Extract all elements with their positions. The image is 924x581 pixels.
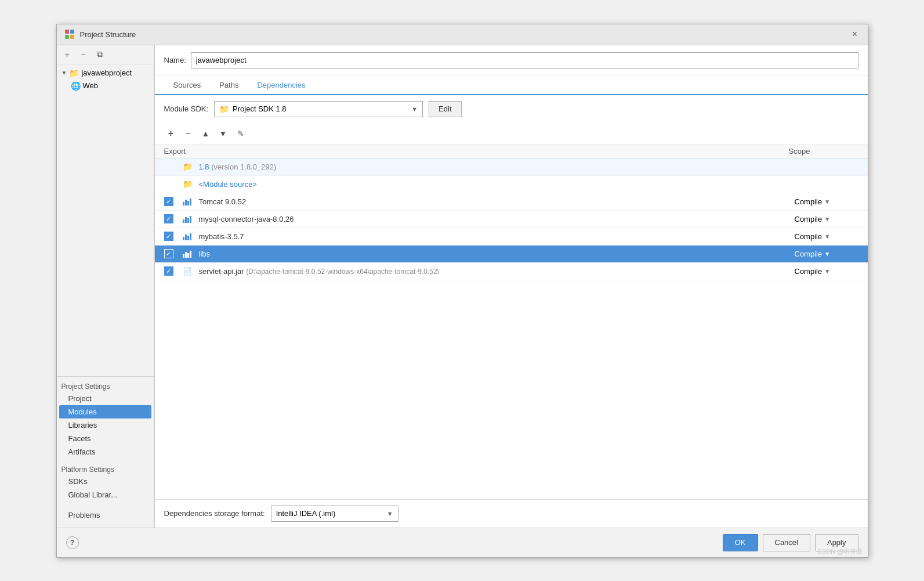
sdk-version-detail: (version 1.8.0_292) (211, 163, 276, 171)
dep-down-button[interactable]: ▼ (216, 127, 230, 140)
tree-collapse-icon: ▼ (61, 70, 67, 76)
folder-icon: 📁 (69, 68, 79, 78)
tomcat-scope: Compile (795, 197, 822, 206)
tree-child-node[interactable]: 🌐 Web (59, 80, 151, 92)
ok-button[interactable]: OK (723, 534, 758, 551)
tree-root-label: javawebproject (81, 68, 132, 77)
libs-label: libs (199, 250, 211, 258)
web-icon: 🌐 (71, 81, 81, 91)
sdk-dropdown[interactable]: 📁 Project SDK 1.8 ▼ (214, 101, 423, 117)
servlet-scope: Compile (795, 267, 822, 276)
sdk-version-label: 1.8 (199, 163, 209, 171)
dialog-title: Project Structure (80, 30, 136, 39)
tab-sources[interactable]: Sources (164, 76, 211, 94)
sdk-dropdown-arrow: ▼ (411, 106, 418, 113)
svg-rect-1 (70, 30, 74, 34)
tabs-bar: Sources Paths Dependencies (155, 76, 868, 95)
dep-toolbar: + − ▲ ▼ ✎ (155, 123, 868, 145)
storage-value: IntelliJ IDEA (.iml) (276, 509, 336, 518)
dep-row-sdk[interactable]: 📁 1.8 (version 1.8.0_292) (155, 158, 868, 176)
jar-icon-servlet: 📄 (183, 267, 192, 276)
project-settings-header: Project Settings (57, 380, 154, 392)
sidebar-item-artifacts[interactable]: Artifacts (57, 445, 154, 459)
platform-settings-header: Platform Settings (57, 463, 154, 475)
dep-add-button[interactable]: + (164, 127, 178, 140)
dep-row-mysql[interactable]: mysql-connector-java-8.0.26 Compile ▼ (155, 211, 868, 228)
copy-module-button[interactable]: ⧉ (93, 48, 107, 62)
libs-scope: Compile (795, 250, 822, 258)
dep-row-libs[interactable]: libs Compile ▼ (155, 246, 868, 263)
lib-icon-libs (183, 250, 192, 258)
main-content: Name: Sources Paths Dependencies Module … (154, 45, 868, 528)
mybatis-scope-arrow[interactable]: ▼ (824, 233, 830, 240)
close-button[interactable]: × (849, 28, 861, 40)
sidebar-item-libraries[interactable]: Libraries (57, 418, 154, 432)
sdk-value-text: Project SDK 1.8 (233, 104, 287, 113)
scope-column-header: Scope (789, 147, 858, 156)
servlet-label: servlet-api.jar (199, 267, 244, 276)
dep-up-button[interactable]: ▲ (199, 127, 213, 140)
dep-row-mybatis[interactable]: mybatis-3.5.7 Compile ▼ (155, 228, 868, 246)
tab-dependencies[interactable]: Dependencies (248, 76, 314, 95)
name-column-header (199, 147, 789, 156)
storage-label: Dependencies storage format: (164, 509, 265, 518)
name-input[interactable] (191, 52, 858, 68)
left-toolbar: + − ⧉ (57, 45, 154, 64)
sidebar-item-global-libs[interactable]: Global Librar... (57, 488, 154, 501)
tree-root-node[interactable]: ▼ 📁 javawebproject (59, 67, 151, 80)
dep-row-tomcat[interactable]: Tomcat 9.0.52 Compile ▼ (155, 193, 868, 211)
mysql-scope-arrow[interactable]: ▼ (824, 216, 830, 222)
name-label: Name: (164, 56, 186, 64)
mysql-label: mysql-connector-java-8.0.26 (199, 215, 294, 223)
sidebar-item-problems[interactable]: Problems (57, 508, 154, 522)
sidebar-item-sdks[interactable]: SDKs (57, 475, 154, 488)
edit-sdk-button[interactable]: Edit (429, 101, 461, 117)
dep-remove-button[interactable]: − (182, 127, 195, 140)
sidebar-item-facets[interactable]: Facets (57, 432, 154, 445)
mysql-scope: Compile (795, 215, 822, 223)
sdk-folder-icon: 📁 (219, 104, 229, 114)
watermark: CSDN @暗夜缘 (817, 547, 863, 556)
storage-row: Dependencies storage format: IntelliJ ID… (155, 499, 868, 528)
app-icon (64, 28, 75, 40)
dep-table: 📁 1.8 (version 1.8.0_292) 📁 <Modu (155, 158, 868, 499)
help-button[interactable]: ? (66, 536, 79, 549)
sdk-row: Module SDK: 📁 Project SDK 1.8 ▼ Edit (155, 95, 868, 123)
mybatis-checkbox[interactable] (164, 232, 173, 241)
project-structure-dialog: Project Structure × + − ⧉ ▼ 📁 javawebpro… (56, 24, 868, 558)
tab-paths[interactable]: Paths (210, 76, 248, 94)
dep-row-module-source[interactable]: 📁 <Module source> (155, 176, 868, 193)
title-bar-left: Project Structure (64, 28, 136, 40)
dep-row-servlet[interactable]: 📄 servlet-api.jar (D:\apache-tomcat-9.0.… (155, 263, 868, 280)
sidebar-item-project[interactable]: Project (57, 392, 154, 405)
module-source-label: <Module source> (199, 180, 257, 189)
storage-dropdown-arrow: ▼ (387, 510, 393, 517)
lib-icon-tomcat (183, 197, 192, 205)
footer: ? OK Cancel Apply CSDN @暗夜缘 (57, 528, 868, 557)
svg-rect-2 (65, 35, 69, 39)
servlet-path: (D:\apache-tomcat-9.0.52-windows-x64\apa… (246, 268, 439, 276)
add-module-button[interactable]: + (60, 48, 74, 62)
name-row: Name: (155, 45, 868, 76)
dep-table-header: Export Scope (155, 145, 868, 158)
servlet-scope-arrow[interactable]: ▼ (824, 268, 830, 275)
remove-module-button[interactable]: − (77, 48, 90, 62)
svg-rect-3 (70, 35, 74, 39)
storage-dropdown[interactable]: IntelliJ IDEA (.iml) ▼ (271, 506, 398, 522)
tomcat-scope-arrow[interactable]: ▼ (824, 199, 830, 205)
tomcat-label: Tomcat 9.0.52 (199, 197, 247, 206)
title-bar: Project Structure × (57, 24, 868, 45)
libs-checkbox[interactable] (164, 249, 173, 258)
tomcat-checkbox[interactable] (164, 197, 173, 206)
lib-icon-mysql (183, 215, 192, 223)
left-panel: + − ⧉ ▼ 📁 javawebproject 🌐 Web Proje (57, 45, 154, 528)
sidebar-item-modules[interactable]: Modules (59, 405, 151, 418)
servlet-checkbox[interactable] (164, 266, 173, 276)
lib-icon-mybatis (183, 232, 192, 240)
dep-edit-button[interactable]: ✎ (234, 127, 248, 140)
mysql-checkbox[interactable] (164, 214, 173, 223)
libs-scope-arrow[interactable]: ▼ (824, 251, 830, 257)
svg-rect-0 (65, 30, 69, 34)
module-tree: ▼ 📁 javawebproject 🌐 Web (57, 64, 154, 376)
cancel-button[interactable]: Cancel (763, 534, 810, 551)
